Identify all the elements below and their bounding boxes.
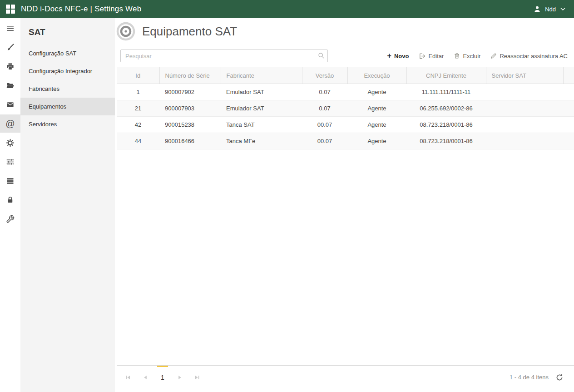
searchbox: [120, 50, 328, 62]
rail-item-wrench[interactable]: [0, 210, 20, 228]
cell-numero-serie: 900007903: [159, 100, 221, 117]
pager-prev-button[interactable]: [138, 366, 153, 389]
cell-numero-serie: 900007902: [159, 84, 221, 100]
sidebar-item-fabricantes[interactable]: Fabricantes: [20, 80, 115, 98]
sidebar-item-label: Equipamentos: [29, 103, 66, 110]
cell-numero-serie: 900015238: [159, 117, 221, 133]
page-header: Equipamento SAT: [115, 18, 574, 44]
column-header-servidor-sat[interactable]: Servidor SAT: [486, 67, 563, 84]
plus-icon: +: [387, 52, 391, 60]
sidebar-item-label: Servidores: [29, 121, 57, 128]
topbar-left: NDD i-Docs NFC-e | Settings Web: [6, 5, 141, 14]
column-header-id[interactable]: Id: [117, 67, 159, 84]
mail-icon: [6, 100, 15, 109]
rail-item-sliders[interactable]: [0, 153, 20, 171]
refresh-button[interactable]: [556, 374, 563, 381]
cell-versao: 0.07: [302, 84, 347, 100]
column-header-filler: [563, 67, 574, 84]
grid-actions: + Novo Editar Excluir Reassociar assinat…: [387, 52, 568, 60]
pager-first-button[interactable]: [120, 366, 136, 389]
grid-toolbar: + Novo Editar Excluir Reassociar assinat…: [117, 44, 574, 67]
rail-item-lock[interactable]: [0, 191, 20, 209]
column-header-versao[interactable]: Versão: [302, 67, 347, 84]
table-row[interactable]: 21 900007903 Emulador SAT 0.07 Agente 06…: [117, 100, 574, 117]
cell-execucao: Agente: [347, 133, 406, 149]
novo-button[interactable]: + Novo: [387, 52, 409, 60]
user-name: Ndd: [545, 6, 556, 13]
pager-page-1[interactable]: 1: [155, 366, 170, 389]
cell-numero-serie: 900016466: [159, 133, 221, 149]
app-shell: @ SAT Configuração SAT Configuração Inte…: [0, 18, 574, 392]
user-icon: [534, 5, 541, 13]
cell-filler: [563, 100, 574, 117]
wrench-icon: [6, 215, 15, 223]
cell-filler: [563, 117, 574, 133]
cell-id: 42: [117, 117, 159, 133]
app-launcher-icon[interactable]: [6, 5, 15, 14]
chevron-down-icon: [560, 7, 566, 11]
pager-last-button[interactable]: [189, 366, 205, 389]
cell-servidor-sat: [486, 117, 563, 133]
rail-item-gear[interactable]: [0, 134, 20, 152]
excluir-button[interactable]: Excluir: [454, 53, 480, 60]
search-input[interactable]: [120, 50, 328, 62]
sidebar: SAT Configuração SAT Configuração Integr…: [20, 18, 115, 392]
folder-open-icon: [6, 81, 15, 90]
sidebar-item-servidores[interactable]: Servidores: [20, 115, 115, 133]
sidebar-item-label: Fabricantes: [29, 85, 59, 92]
page-rings-icon: [116, 21, 136, 41]
cell-versao: 00.07: [302, 133, 347, 149]
cell-fabricante: Tanca SAT: [221, 117, 302, 133]
column-header-numero-serie[interactable]: Número de Série: [159, 67, 221, 84]
cell-versao: 00.07: [302, 117, 347, 133]
arrow-left-icon: [143, 375, 148, 380]
cell-filler: [563, 84, 574, 100]
menu-icon: [6, 24, 15, 33]
grid-empty-area: [117, 149, 574, 365]
cell-servidor-sat: [486, 84, 563, 100]
rail-item-printer[interactable]: [0, 57, 20, 75]
sidebar-item-configuracao-sat[interactable]: Configuração SAT: [20, 45, 115, 62]
cell-execucao: Agente: [347, 117, 406, 133]
rail-item-mail[interactable]: [0, 95, 20, 114]
column-header-execucao[interactable]: Execução: [347, 67, 406, 84]
cell-fabricante: Emulador SAT: [221, 84, 302, 100]
topbar: NDD i-Docs NFC-e | Settings Web Ndd: [0, 0, 574, 18]
cell-execucao: Agente: [347, 84, 406, 100]
cell-id: 44: [117, 133, 159, 149]
cell-id: 21: [117, 100, 159, 117]
cell-servidor-sat: [486, 100, 563, 117]
table-row[interactable]: 44 900016466 Tanca MFe 00.07 Agente 08.7…: [117, 133, 574, 149]
sidebar-item-label: Configuração Integrador: [29, 68, 92, 74]
search-icon[interactable]: [318, 52, 325, 61]
brush-icon: [6, 43, 15, 52]
pager-next-button[interactable]: [172, 366, 188, 389]
cell-filler: [563, 133, 574, 149]
at-sign-icon: @: [5, 119, 15, 128]
refresh-icon: [556, 374, 563, 381]
rail-item-menu[interactable]: [0, 19, 20, 37]
button-label: Reassociar assinatura AC: [500, 53, 568, 60]
sidebar-item-equipamentos[interactable]: Equipamentos: [20, 98, 115, 115]
rail-item-stack[interactable]: [0, 172, 20, 190]
column-header-fabricante[interactable]: Fabricante: [221, 67, 302, 84]
rail-item-folder[interactable]: [0, 76, 20, 94]
rail-item-brush[interactable]: [0, 38, 20, 56]
sidebar-item-configuracao-integrador[interactable]: Configuração Integrador: [20, 62, 115, 80]
pencil-icon: [490, 53, 497, 59]
button-label: Novo: [394, 53, 409, 60]
rail-item-at-sign[interactable]: @: [0, 114, 20, 133]
cell-fabricante: Tanca MFe: [221, 133, 302, 149]
editar-button[interactable]: Editar: [419, 53, 444, 60]
column-header-cnpj-emitente[interactable]: CNPJ Emitente: [406, 67, 486, 84]
equipment-table: Id Número de Série Fabricante Versão Exe…: [117, 67, 574, 149]
app-title: NDD i-Docs NFC-e | Settings Web: [21, 5, 141, 14]
reassociar-assinatura-button[interactable]: Reassociar assinatura AC: [490, 53, 568, 60]
icon-rail: @: [0, 18, 20, 392]
table-row[interactable]: 42 900015238 Tanca SAT 00.07 Agente 08.7…: [117, 117, 574, 133]
cell-id: 1: [117, 84, 159, 100]
table-row[interactable]: 1 900007902 Emulador SAT 0.07 Agente 11.…: [117, 84, 574, 100]
sidebar-item-label: Configuração SAT: [29, 50, 76, 57]
user-menu[interactable]: Ndd: [534, 5, 566, 13]
grid-pager: 1 1 - 4 de 4 itens: [117, 365, 574, 389]
